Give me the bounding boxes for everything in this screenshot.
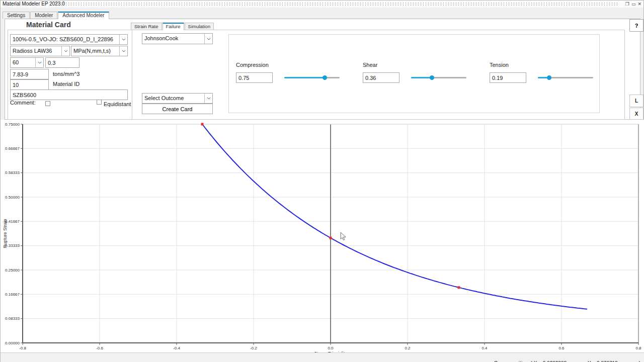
chevron-down-icon: [35, 58, 43, 67]
material-id-field[interactable]: [10, 79, 49, 90]
cursor-position-readout: Cursor position: ( X = 0.0292098Y = 0.37…: [486, 355, 640, 362]
window-close-icon[interactable]: ✕: [637, 1, 641, 7]
units-value: MPa(N,mm,t,s): [71, 46, 119, 56]
compression-slider[interactable]: [284, 72, 340, 83]
chevron-down-icon: [204, 94, 212, 103]
material-id-label: Material ID: [53, 81, 79, 87]
outcome-value: Select Outcome: [142, 94, 204, 103]
svg-text:-0.2: -0.2: [250, 346, 257, 350]
help-button[interactable]: ?: [629, 19, 643, 32]
shear-value-field[interactable]: [363, 72, 399, 83]
points-count-value: 60: [11, 58, 35, 67]
drag-handle[interactable]: [55, 2, 619, 6]
chevron-down-icon: [204, 34, 212, 44]
failure-model-value: JohnsonCook: [142, 34, 204, 44]
svg-text:-0.8: -0.8: [19, 346, 26, 350]
svg-text:-0.6: -0.6: [96, 346, 103, 350]
tension-point: [458, 286, 460, 289]
tension-value-field[interactable]: [490, 72, 526, 83]
outcome-dropdown[interactable]: Select Outcome: [142, 93, 213, 104]
window-maximize-icon[interactable]: ▭: [631, 1, 636, 7]
slider-fill: [284, 77, 325, 78]
density-units-label: tons/mm^3: [53, 71, 79, 77]
svg-text:0.4: 0.4: [481, 346, 488, 350]
mouse-cursor: [341, 232, 346, 240]
svg-text:Rupture Strain: Rupture Strain: [3, 219, 8, 248]
close-plot-button[interactable]: X: [629, 108, 643, 120]
slider-thumb[interactable]: [547, 75, 551, 80]
tension-param-group: Tension: [490, 35, 609, 114]
failure-params-box: CompressionShearTension: [228, 34, 600, 113]
svg-text:0.08333: 0.08333: [5, 316, 20, 321]
tab-advanced-modeler[interactable]: Advanced Modeler: [58, 12, 109, 19]
points-count-dropdown[interactable]: 60: [10, 57, 44, 68]
shear-point: [330, 237, 332, 239]
main-tab-bar: SettingsModelerAdvanced Modeler: [1, 12, 643, 19]
svg-text:0.6: 0.6: [558, 346, 565, 350]
chevron-down-icon: [61, 46, 69, 56]
svg-text:0.0: 0.0: [328, 346, 334, 350]
comment-checkbox[interactable]: [45, 101, 50, 106]
svg-text:0.25000: 0.25000: [5, 268, 20, 273]
svg-text:-0.4: -0.4: [173, 346, 180, 350]
app-window: Material Modeler EP 2023.0 ❐▭✕ SettingsM…: [0, 0, 644, 362]
shear-slider[interactable]: [411, 72, 466, 83]
svg-text:0.16667: 0.16667: [5, 292, 20, 297]
material-name-field[interactable]: [10, 89, 128, 100]
slider-fill: [411, 77, 432, 78]
status-bar: Cursor position: ( X = 0.0292098Y = 0.37…: [1, 352, 644, 362]
modeler-panel: Material Card 100%-0.5_VO-JO: SZBS600_D_…: [5, 19, 640, 120]
svg-text:0.8: 0.8: [635, 346, 641, 350]
subtab-simulation[interactable]: Simulation: [185, 23, 214, 30]
compression-label: Compression: [236, 62, 269, 68]
subtab-strain-rate[interactable]: Strain Rate: [131, 23, 162, 30]
svg-text:0.2: 0.2: [405, 346, 411, 350]
poisson-ratio-field[interactable]: [45, 57, 79, 68]
svg-text:0.75000: 0.75000: [5, 122, 20, 127]
tab-settings[interactable]: Settings: [3, 12, 30, 19]
section-divider: [132, 30, 132, 120]
solver-law-value: Radioss LAW36: [11, 46, 61, 56]
failure-curve: [202, 124, 587, 309]
window-float-icon[interactable]: ❐: [625, 1, 629, 7]
subtab-failure[interactable]: Failure: [163, 23, 184, 30]
titlebar: Material Modeler EP 2023.0 ❐▭✕: [1, 1, 643, 8]
legend-button[interactable]: L: [629, 95, 643, 107]
material-preset-dropdown[interactable]: 100%-0.5_VO-JO: SZBS600_D_I_22896: [10, 34, 128, 45]
slider-thumb[interactable]: [430, 75, 434, 80]
failure-tab-bar: Strain RateFailureSimulation: [131, 23, 214, 30]
svg-text:0.58333: 0.58333: [5, 170, 20, 175]
tab-modeler[interactable]: Modeler: [30, 12, 57, 19]
shear-param-group: Shear: [363, 35, 482, 114]
units-dropdown[interactable]: MPa(N,mm,t,s): [71, 46, 128, 56]
tension-slider[interactable]: [538, 72, 593, 83]
solver-law-dropdown[interactable]: Radioss LAW36: [10, 46, 70, 56]
equidistant-label: Equidistant: [104, 101, 131, 107]
svg-text:0.00000: 0.00000: [5, 341, 20, 345]
tension-label: Tension: [490, 62, 509, 68]
slider-thumb[interactable]: [323, 75, 327, 80]
comment-label: Comment:: [10, 100, 36, 106]
compression-param-group: Compression: [236, 35, 356, 114]
svg-text:0.66667: 0.66667: [5, 146, 20, 151]
create-card-button[interactable]: Create Card: [142, 104, 213, 114]
chart-plot-area[interactable]: 0.000000.083330.166670.250000.333330.416…: [1, 120, 644, 352]
shear-label: Shear: [363, 62, 377, 68]
material-preset-value: 100%-0.5_VO-JO: SZBS600_D_I_22896: [11, 35, 119, 44]
equidistant-checkbox[interactable]: [97, 100, 102, 105]
window-controls: ❐▭✕: [625, 1, 641, 8]
material-card-title: Material Card: [26, 21, 71, 29]
density-field[interactable]: [10, 69, 49, 79]
failure-model-dropdown[interactable]: JohnsonCook: [142, 33, 213, 44]
failure-curve-chart: 0.000000.083330.166670.250000.333330.416…: [1, 120, 644, 352]
svg-text:0.50000: 0.50000: [5, 195, 20, 200]
compression-point: [201, 123, 204, 126]
chevron-down-icon: [119, 46, 127, 56]
chevron-down-icon: [119, 35, 127, 44]
compression-value-field[interactable]: [236, 72, 273, 83]
